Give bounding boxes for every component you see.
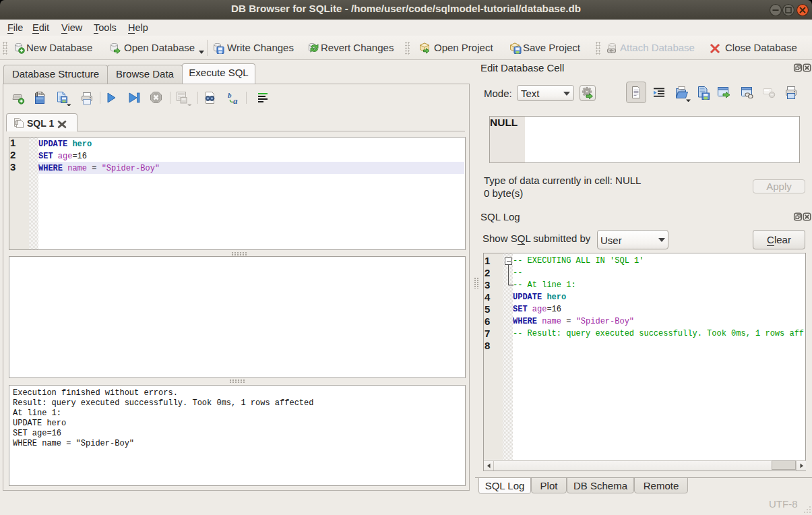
- svg-text:b: b: [228, 91, 232, 99]
- svg-text:a: a: [233, 96, 238, 106]
